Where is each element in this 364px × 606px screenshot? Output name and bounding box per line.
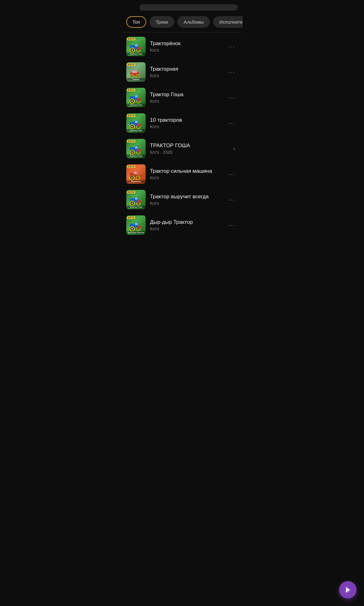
svg-point-65 xyxy=(138,203,139,204)
album-art: КОТЭ Трактор Гоша xyxy=(126,190,146,209)
item-title: Трактор Гоша xyxy=(150,92,221,98)
more-options-button[interactable]: ··· xyxy=(226,118,238,128)
svg-rect-39 xyxy=(135,146,138,148)
svg-rect-29 xyxy=(135,121,138,123)
list-item[interactable]: КОТЭ Дыр-дыр Трактор Дыр-дыр Трактор Кот… xyxy=(121,212,243,238)
svg-point-52 xyxy=(131,177,133,178)
item-info: Тракторная Котэ xyxy=(150,66,221,78)
more-options-button[interactable]: ··· xyxy=(226,67,238,77)
svg-rect-66 xyxy=(137,200,141,203)
list-item[interactable]: КОТЭ Трактор Гоша Трактор выручит всегда… xyxy=(121,187,243,212)
art-label: Бибика xyxy=(126,78,146,81)
svg-point-8 xyxy=(138,50,139,51)
item-title: Трактор выручит всегда xyxy=(150,194,221,200)
navigate-button[interactable]: › xyxy=(231,144,238,153)
kote-badge: КОТЭ xyxy=(127,191,135,194)
svg-rect-46 xyxy=(137,149,141,152)
svg-rect-56 xyxy=(130,175,142,176)
item-title: ТРАКТОР ГОША xyxy=(150,143,226,149)
kote-badge: КОТЭ xyxy=(127,114,135,117)
results-list: КОТЭ Трактор Гоша Тракторёнок Котэ ··· xyxy=(121,34,243,238)
more-options-button[interactable]: ··· xyxy=(226,220,238,230)
divider xyxy=(121,32,243,32)
svg-point-16 xyxy=(137,75,138,77)
svg-rect-19 xyxy=(135,95,138,97)
item-info: ТРАКТОР ГОША Котэ · 2020 xyxy=(150,143,226,155)
svg-point-35 xyxy=(138,127,139,127)
item-subtitle: Котэ xyxy=(150,99,221,104)
svg-rect-49 xyxy=(134,172,137,174)
item-info: Тракторёнок Котэ xyxy=(150,40,221,53)
art-label: Трактор Гоша xyxy=(126,53,146,55)
item-info: Дыр-дыр Трактор Котэ xyxy=(150,219,221,231)
item-subtitle: Котэ · 2020 xyxy=(150,150,226,155)
list-item[interactable]: КОТЭ Трактор Гоша 10 тракторов Котэ ··· xyxy=(121,110,243,136)
svg-rect-59 xyxy=(135,197,138,200)
svg-point-32 xyxy=(132,126,133,127)
more-options-button[interactable]: ··· xyxy=(226,169,238,179)
svg-point-75 xyxy=(138,229,139,229)
svg-point-14 xyxy=(132,75,133,77)
svg-point-55 xyxy=(138,178,138,178)
svg-point-5 xyxy=(132,49,133,51)
item-subtitle: Котэ xyxy=(150,201,221,206)
album-art: КОТЭ Трактор Гоша xyxy=(126,88,146,107)
item-subtitle: Котэ xyxy=(150,124,221,129)
kote-badge: КОТЭ xyxy=(127,140,135,143)
header xyxy=(121,0,243,14)
more-options-button[interactable]: ··· xyxy=(226,195,238,204)
item-info: Трактор выручит всегда Котэ xyxy=(150,194,221,206)
art-label: Трактор Гоша xyxy=(126,155,146,157)
album-art: КОТЭ Трактор Гоша xyxy=(126,37,146,56)
svg-point-25 xyxy=(138,101,139,102)
svg-rect-9 xyxy=(137,47,141,49)
item-subtitle: Котэ xyxy=(150,73,221,78)
item-title: 10 тракторов xyxy=(150,117,221,123)
kote-badge: КОТЭ xyxy=(127,216,135,219)
kote-badge: КОТЭ xyxy=(127,63,135,66)
svg-rect-69 xyxy=(135,223,138,225)
svg-point-42 xyxy=(132,152,133,153)
item-info: 10 тракторов Котэ xyxy=(150,117,221,129)
kote-badge: КОТЭ xyxy=(127,38,135,40)
svg-point-72 xyxy=(132,228,133,229)
art-label: Трактор Гоша xyxy=(126,104,146,106)
list-item[interactable]: КОТЭ Трактор Гоша Тракторёнок Котэ ··· xyxy=(121,34,243,59)
more-options-button[interactable]: ··· xyxy=(226,42,238,51)
list-item[interactable]: КОТЭ Трактор Гоша ТРАКТОР ГОША Котэ · 20… xyxy=(121,136,243,161)
svg-rect-12 xyxy=(132,70,137,73)
art-label: Трактор Гоша xyxy=(126,129,146,132)
album-art: КОТЭ Дыр-дыр Трактор xyxy=(126,215,146,235)
list-item[interactable]: КОТЭ Паровозик Трактор сильная машина Ко… xyxy=(121,161,243,187)
item-subtitle: Котэ xyxy=(150,175,221,180)
item-subtitle: Котэ xyxy=(150,48,221,53)
item-title: Дыр-дыр Трактор xyxy=(150,219,221,225)
kote-badge: КОТЭ xyxy=(127,165,135,168)
item-title: Трактор сильная машина xyxy=(150,168,221,174)
search-bar xyxy=(139,4,238,11)
item-subtitle: Котэ xyxy=(150,226,221,231)
item-title: Тракторная xyxy=(150,66,221,72)
album-art: КОТЭ Бибика xyxy=(126,62,146,82)
album-art: КОТЭ Трактор Гоша xyxy=(126,113,146,133)
kote-badge: КОТЭ xyxy=(127,89,135,92)
list-item[interactable]: КОТЭ Бибика Тракторная Котэ ··· xyxy=(121,59,243,85)
art-label: Дыр-дыр Трактор xyxy=(126,231,146,234)
album-art: КОТЭ Трактор Гоша xyxy=(126,139,146,158)
svg-point-22 xyxy=(132,101,133,102)
tab-tracks[interactable]: Треки xyxy=(149,16,174,28)
item-title: Тракторёнок xyxy=(150,40,221,47)
svg-rect-76 xyxy=(137,226,141,228)
filter-tabs: ТопТрекиАльбомыИсполнители xyxy=(121,14,243,32)
more-options-button[interactable]: ··· xyxy=(226,93,238,102)
list-item[interactable]: КОТЭ Трактор Гоша Трактор Гоша Котэ ··· xyxy=(121,85,243,110)
tab-artists[interactable]: Исполнители xyxy=(213,16,243,28)
svg-rect-36 xyxy=(137,124,141,126)
album-art: КОТЭ Паровозик xyxy=(126,164,146,184)
svg-point-45 xyxy=(138,152,139,153)
tab-top[interactable]: Топ xyxy=(126,16,146,28)
tab-albums[interactable]: Альбомы xyxy=(177,16,210,28)
svg-rect-26 xyxy=(137,98,141,101)
svg-point-62 xyxy=(132,203,133,204)
art-label: Паровозик xyxy=(126,180,146,183)
